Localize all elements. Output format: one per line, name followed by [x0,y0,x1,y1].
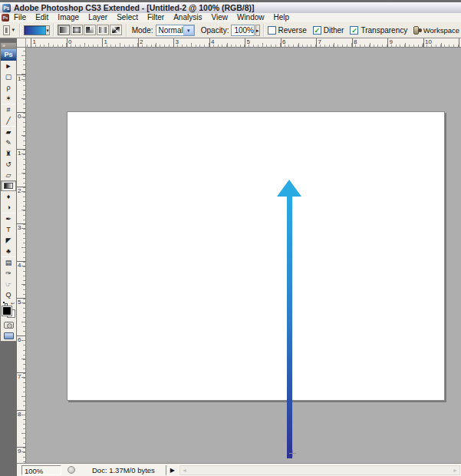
angle-gradient-button[interactable] [84,25,96,35]
options-checkboxes: Reverse✓Dither✓Transparency [268,26,414,35]
crop-tool-icon: # [6,106,10,114]
path-selection-tool[interactable]: ◤ [1,235,16,246]
gradient-arrow-shaft [287,196,292,458]
menu-item-select[interactable]: Select [112,13,143,22]
toolbox-ps-logo: Ps [1,49,16,61]
clone-stamp-tool[interactable]: ♜ [1,148,16,159]
dither-checkbox-icon[interactable]: ✓ [313,26,321,35]
blur-tool-icon: ♦ [7,193,11,200]
path-selection-tool-icon: ◤ [6,236,12,244]
menu-item-view[interactable]: View [206,13,232,22]
type-tool[interactable]: T [1,224,16,235]
checkbox-reverse[interactable]: Reverse [268,26,307,35]
separator [126,24,127,37]
gradient-tool[interactable] [1,180,16,191]
checkbox-dither[interactable]: ✓Dither [313,26,344,35]
toolbox-palette: » Ps ►▢ρ✶#╱▰✎♜↺▱♦◑✒T◤♣▤✑☞Q ↩ [0,42,17,342]
menu-item-help[interactable]: Help [269,13,295,22]
healing-brush-tool-icon: ▰ [6,128,12,136]
healing-brush-tool[interactable]: ▰ [1,127,16,137]
mode-value: Normal [156,26,183,35]
radial-gradient-button[interactable] [71,25,83,35]
swap-colors-icon[interactable]: ↩ [11,300,15,306]
gradient-preview-swatch[interactable] [24,25,46,35]
go-to-bridge-icon[interactable] [413,26,418,35]
photoshop-window: Ps Adobe Photoshop CS3 Extended - [Untit… [0,0,461,476]
eraser-tool[interactable]: ▱ [1,170,16,180]
scroll-left-icon[interactable]: ◄ [182,468,187,473]
doc-size-info: Doc: 1.37M/0 bytes [92,466,155,474]
gradient-picker-dropdown-icon[interactable]: ▾ [46,25,50,35]
menu-item-layer[interactable]: Layer [84,13,112,22]
foreground-color-swatch[interactable] [2,306,12,316]
vruler-label-6: 5 [17,298,26,306]
eyedropper-tool[interactable]: ✑ [1,268,16,279]
vruler-label-0: 1 [17,74,26,82]
custom-shape-tool[interactable]: ♣ [1,246,16,256]
scroll-right-icon[interactable]: ► [453,468,458,473]
preset-dropdown-icon[interactable]: ▾ [10,27,16,33]
notes-tool[interactable]: ▤ [1,257,16,268]
menu-item-edit[interactable]: Edit [31,13,53,22]
horizontal-scrollbar[interactable]: ◄ ► [179,465,460,475]
separator [166,465,167,475]
reflected-gradient-button[interactable] [97,25,109,35]
title-bar[interactable]: Ps Adobe Photoshop CS3 Extended - [Untit… [0,2,461,13]
menu-item-window[interactable]: Window [232,13,269,22]
menu-item-analysis[interactable]: Analysis [169,13,206,22]
rectangular-marquee-tool[interactable]: ▢ [1,71,16,82]
status-bar: 100% Doc: 1.37M/0 bytes ▶ ◄ ► [17,463,461,476]
opacity-slider-icon[interactable]: ▸ [255,25,260,36]
vruler-label-8: 7 [17,372,26,380]
canvas-workspace[interactable] [26,48,461,463]
workspace-button[interactable]: Workspace [423,26,459,35]
hruler-label-1: 0 [67,38,72,48]
toolbox-collapse-icon[interactable]: » [1,43,16,49]
menu-item-image[interactable]: Image [53,13,84,22]
mode-dropdown-icon[interactable]: ▼ [183,25,194,35]
checkbox-transparency[interactable]: ✓Transparency [350,26,407,35]
window-title: Adobe Photoshop CS3 Extended - [Untitled… [14,3,255,12]
reverse-checkbox-icon[interactable] [268,26,276,35]
diamond-gradient-button[interactable] [110,25,122,35]
quick-mask-button[interactable] [1,320,16,330]
mode-label: Mode: [132,26,153,35]
opacity-field[interactable]: 100% [231,25,255,36]
transparency-checkbox-icon[interactable]: ✓ [350,26,358,35]
mode-select[interactable]: Normal ▼ [156,25,195,36]
photoshop-app-icon: Ps [2,4,11,12]
dodge-tool[interactable]: ◑ [1,202,16,213]
linear-gradient-button[interactable] [58,25,70,35]
color-swatch-area: ↩ [1,300,16,320]
vruler-label-3: 2 [17,187,26,194]
ruler-corner [17,38,26,48]
menu-item-filter[interactable]: Filter [143,13,169,22]
zoom-tool[interactable]: Q [1,289,16,300]
brush-tool[interactable]: ✎ [1,137,16,148]
history-brush-tool[interactable]: ↺ [1,159,16,170]
status-flyout-icon[interactable]: ▶ [170,467,175,474]
magic-wand-tool[interactable]: ✶ [1,93,16,104]
hruler-label-11: 10 [423,38,432,48]
hruler-label-9: 8 [352,38,357,48]
brush-tool-icon: ✎ [5,139,12,147]
history-brush-tool-icon: ↺ [5,160,12,168]
hand-tool[interactable]: ☞ [1,279,16,289]
lasso-tool[interactable]: ρ [1,82,16,93]
zoom-level-field[interactable]: 100% [21,465,61,475]
default-colors-icon[interactable] [2,301,8,306]
hand-tool-icon: ☞ [5,280,12,288]
canvas[interactable] [67,111,445,401]
tool-preset-picker[interactable] [3,25,10,35]
separator [263,24,265,37]
blur-tool[interactable]: ♦ [1,191,16,202]
slice-tool[interactable]: ╱ [1,115,16,126]
screen-mode-button[interactable] [1,330,16,341]
menu-item-file[interactable]: File [9,13,31,22]
pen-tool[interactable]: ✒ [1,213,16,224]
crop-tool[interactable]: # [1,104,16,115]
dither-label: Dither [324,26,344,35]
move-tool-icon: ► [5,62,12,70]
vruler-label-5: 4 [17,261,26,269]
move-tool[interactable]: ► [1,61,16,71]
